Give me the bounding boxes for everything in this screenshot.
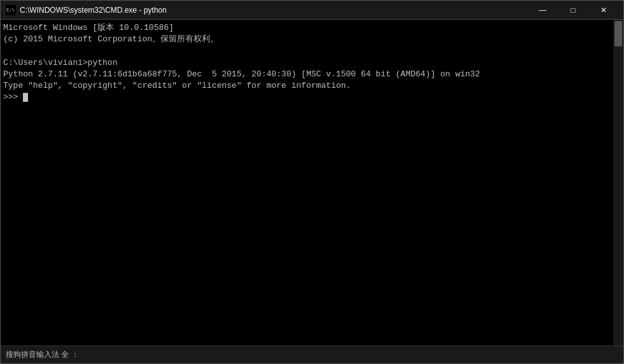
titlebar: C:\ C:\WINDOWS\system32\CMD.exe - python… [1,1,623,20]
scrollbar[interactable] [613,20,623,346]
console-line-6: Type "help", "copyright", "credits" or "… [3,80,621,92]
titlebar-controls: — □ ✕ [528,1,618,20]
prompt-text: >>> [3,92,23,103]
console-area[interactable]: Microsoft Windows [版本 10.0.10586] (c) 20… [1,20,623,346]
statusbar: 搜狗拼音输入法 全 ： [1,346,623,363]
console-line-4: C:\Users\viviani>python [3,57,621,69]
cmd-window: C:\ C:\WINDOWS\system32\CMD.exe - python… [0,0,624,364]
svg-text:C:\: C:\ [6,8,15,13]
close-button[interactable]: ✕ [589,1,618,20]
console-prompt-line: >>> [3,92,621,103]
window-title: C:\WINDOWS\system32\CMD.exe - python [20,6,167,15]
console-line-5: Python 2.7.11 (v2.7.11:6d1b6a68f775, Dec… [3,69,621,80]
console-line-1: Microsoft Windows [版本 10.0.10586] [3,22,621,34]
cursor [23,93,28,102]
console-line-2: (c) 2015 Microsoft Corporation。保留所有权利。 [3,34,621,45]
console-line-3 [3,45,621,57]
scrollbar-thumb[interactable] [614,21,622,46]
maximize-button[interactable]: □ [558,1,588,20]
titlebar-left: C:\ C:\WINDOWS\system32\CMD.exe - python [6,5,167,15]
minimize-button[interactable]: — [528,1,557,20]
cmd-icon: C:\ [6,5,16,15]
ime-status: 搜狗拼音输入法 全 ： [6,349,79,360]
